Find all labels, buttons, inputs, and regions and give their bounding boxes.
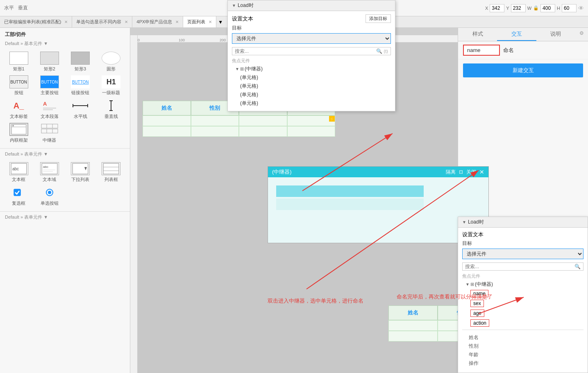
- tree-root[interactable]: ▼ ⊞ (中继器): [234, 65, 391, 73]
- checkbox-label: 复选框: [12, 200, 25, 206]
- tr2-c3: [239, 126, 287, 137]
- widget-circle[interactable]: 圆形: [98, 52, 125, 72]
- widget-dropdown[interactable]: 下拉列表: [67, 162, 94, 183]
- svg-rect-29: [14, 189, 20, 196]
- panel-load-bottom-header: ▼ Load时: [458, 217, 588, 228]
- tr1-c4: ⚡: [287, 115, 336, 126]
- widget-checkbox[interactable]: 复选框: [5, 186, 32, 206]
- new-interaction-btn[interactable]: 新建交互: [463, 63, 583, 77]
- checkbox-icon: [9, 186, 28, 199]
- h-input[interactable]: [562, 4, 577, 12]
- target-select-top[interactable]: 选择元件: [232, 33, 391, 44]
- hline-icon: [71, 99, 90, 112]
- button-icon: BUTTON: [9, 75, 28, 88]
- settings-icon[interactable]: ⚙: [575, 28, 588, 41]
- isolate-btn[interactable]: 隔离: [446, 169, 456, 176]
- tree-child-2[interactable]: (单元格): [238, 82, 391, 90]
- naming-input[interactable]: [463, 45, 500, 56]
- close-repeater-btn[interactable]: 关闭: [466, 169, 476, 176]
- x-input[interactable]: [490, 4, 504, 12]
- tr1-c1: [143, 115, 191, 126]
- toolbar-align-h[interactable]: 水平: [4, 5, 14, 11]
- tab-more[interactable]: ▼: [216, 16, 225, 27]
- hline-label: 水平线: [74, 113, 87, 120]
- dropdown-icon: [71, 162, 90, 175]
- search-shortcut-top: (t): [384, 49, 388, 54]
- panel-load-top: ▼ Load时 设置文本 添加目标 目标 选择元件 🔍 (t) 焦点元件: [227, 0, 395, 111]
- sidebar-subsection2[interactable]: Default » 表单元件 ▼: [0, 150, 130, 159]
- repeater-empty-row: [276, 199, 424, 210]
- widget-text-para[interactable]: A 文本段落: [36, 99, 63, 120]
- toolbar-align-v[interactable]: 垂直: [18, 5, 28, 11]
- svg-text:abc: abc: [43, 165, 48, 169]
- widget-rect2[interactable]: 矩形2: [36, 52, 63, 72]
- tab-interact[interactable]: 交互: [497, 28, 536, 41]
- widget-radio[interactable]: 单选按钮: [36, 186, 63, 206]
- table-row-1: ⚡: [143, 115, 335, 126]
- search-input-bottom[interactable]: [465, 264, 574, 269]
- right-panel-tabs: 样式 交互 说明 ⚙: [458, 28, 588, 41]
- tab-4[interactable]: 页面列表 ✕: [183, 16, 216, 27]
- primary-btn-icon: BUTTON: [40, 75, 59, 88]
- radio-label: 单选按钮: [41, 200, 59, 206]
- lightning-badge-1: ⚡: [329, 116, 335, 122]
- svg-rect-26: [103, 163, 119, 174]
- vline-label: 垂直线: [104, 113, 118, 120]
- widget-text-label[interactable]: A_ 文本标签: [5, 99, 32, 120]
- tree-bottom-root[interactable]: ▼ ⊞ (中继器): [464, 280, 583, 289]
- widget-button[interactable]: BUTTON 按钮: [5, 75, 32, 96]
- tab-3[interactable]: 4PX申报产品信息 ✕: [132, 16, 183, 27]
- widget-textarea[interactable]: abc 文本域: [36, 162, 63, 183]
- tree-child-3[interactable]: (单元格): [238, 90, 391, 99]
- search-icon-bottom: 🔍: [574, 264, 581, 269]
- radio-icon: [40, 186, 59, 199]
- y-input[interactable]: [511, 4, 526, 12]
- sidebar-subsection1[interactable]: Default » 基本元件 ▼: [0, 40, 130, 48]
- tab-2[interactable]: 单选勾选显示不同内容 ✕: [72, 16, 132, 27]
- sidebar-subsection3[interactable]: Default » 表单元件 ▼: [0, 213, 130, 222]
- tab-style[interactable]: 样式: [458, 28, 497, 41]
- widget-heading[interactable]: H1 一级标题: [98, 75, 125, 96]
- tree-child-4[interactable]: (单元格): [238, 99, 391, 108]
- focus-label-top: 焦点元件: [232, 57, 391, 65]
- target-label-top: 目标: [232, 25, 391, 32]
- brl-age: 年龄: [462, 350, 583, 359]
- target-select-bottom[interactable]: 选择元件: [462, 249, 583, 259]
- w-input[interactable]: [540, 4, 555, 12]
- tree-age-item[interactable]: age: [469, 308, 583, 318]
- textarea-icon: abc: [40, 162, 59, 175]
- widget-text-box[interactable]: abc 文本框: [5, 162, 32, 183]
- primary-btn-label: 主要按钮: [41, 90, 59, 96]
- tree-action-item[interactable]: action: [469, 318, 583, 328]
- list-box-label: 列表框: [104, 176, 118, 183]
- tree-child-1[interactable]: (单元格): [238, 73, 391, 82]
- sex-box: sex: [470, 300, 484, 307]
- widget-repeater[interactable]: 中继器: [36, 123, 63, 143]
- tree-root-text: (中继器): [245, 66, 263, 72]
- widget-hline[interactable]: 水平线: [67, 99, 94, 120]
- h-label: H: [557, 6, 560, 11]
- widget-primary-btn[interactable]: BUTTON 主要按钮: [36, 75, 63, 96]
- widget-vline[interactable]: 垂直线: [98, 99, 125, 120]
- left-sidebar: 工部/切件 Default » 基本元件 ▼ 矩形1 矩形2 矩形3 圆形: [0, 28, 130, 373]
- widget-rect3[interactable]: 矩形3: [67, 52, 94, 72]
- visibility-icon[interactable]: 👁: [578, 5, 584, 11]
- repeater-highlight-row[interactable]: [276, 185, 424, 197]
- tr1-c2: [191, 115, 239, 126]
- tr1-c3: [239, 115, 287, 126]
- tab-3-close[interactable]: ✕: [175, 20, 179, 24]
- link-btn-icon: BUTTON: [71, 75, 90, 88]
- tab-1-close[interactable]: ✕: [64, 20, 68, 24]
- widget-rect1[interactable]: 矩形1: [5, 52, 32, 72]
- add-target-btn[interactable]: 添加目标: [366, 14, 391, 23]
- widget-link-btn[interactable]: BUTTON 链接按钮: [67, 75, 94, 96]
- close-repeater-icon[interactable]: ✕: [479, 169, 484, 175]
- tab-desc[interactable]: 说明: [536, 28, 575, 41]
- tab-2-close[interactable]: ✕: [125, 20, 128, 24]
- widget-inline-frame[interactable]: 内联框架: [5, 123, 32, 143]
- sidebar-title: 工部/切件: [0, 28, 130, 40]
- widget-list-box[interactable]: 列表框: [98, 162, 125, 183]
- tab-1[interactable]: 已审核编按单列表(精准匹配) ✕: [0, 16, 72, 27]
- search-input-top[interactable]: [235, 48, 376, 54]
- tab-4-close[interactable]: ✕: [209, 20, 212, 24]
